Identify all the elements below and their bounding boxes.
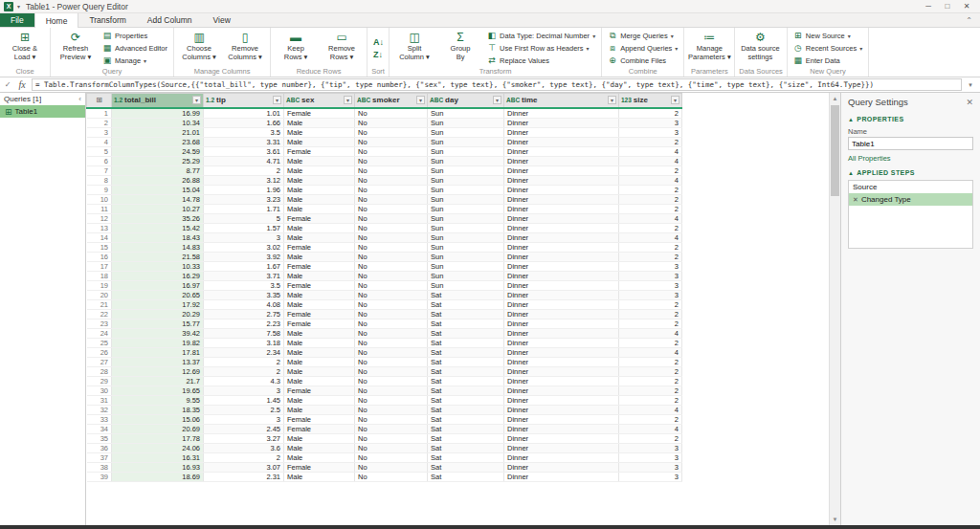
cell-time[interactable]: Dinner: [504, 443, 619, 452]
cell-sex[interactable]: Male: [284, 290, 355, 299]
cell-tip[interactable]: 3.5: [204, 127, 284, 137]
cell-size[interactable]: 2: [619, 366, 682, 376]
commit-formula-icon[interactable]: ✓: [3, 80, 12, 89]
cell-total-bill[interactable]: 25.29: [112, 156, 204, 165]
cell-sex[interactable]: Male: [284, 232, 355, 242]
cell-day[interactable]: Sun: [428, 165, 504, 175]
cell-sex[interactable]: Male: [284, 376, 355, 386]
cell-time[interactable]: Dinner: [504, 242, 619, 252]
cell-smoker[interactable]: No: [355, 462, 428, 472]
row-number[interactable]: 37: [87, 452, 112, 462]
cell-sex[interactable]: Male: [284, 405, 355, 414]
row-number[interactable]: 27: [87, 357, 112, 366]
tab-view[interactable]: View: [203, 13, 241, 27]
cell-total-bill[interactable]: 16.99: [112, 108, 204, 119]
row-number[interactable]: 38: [87, 462, 112, 472]
cell-tip[interactable]: 3.31: [204, 137, 284, 146]
cell-tip[interactable]: 2: [204, 366, 284, 376]
minimize-button[interactable]: ─: [919, 0, 938, 12]
cell-total-bill[interactable]: 24.06: [112, 443, 204, 452]
cell-size[interactable]: 2: [619, 395, 682, 405]
row-number[interactable]: 7: [87, 165, 112, 175]
cell-time[interactable]: Dinner: [504, 299, 619, 309]
cell-size[interactable]: 3: [619, 127, 682, 137]
cell-total-bill[interactable]: 19.65: [112, 386, 204, 395]
tab-transform[interactable]: Transform: [78, 13, 136, 27]
cell-smoker[interactable]: No: [355, 338, 428, 347]
cell-tip[interactable]: 3.61: [204, 146, 284, 156]
cell-size[interactable]: 4: [619, 347, 682, 357]
cell-tip[interactable]: 1.71: [204, 204, 284, 213]
cell-tip[interactable]: 3.92: [204, 252, 284, 261]
cell-tip[interactable]: 5: [204, 213, 284, 223]
scroll-down-icon[interactable]: ▼: [830, 514, 840, 525]
cell-total-bill[interactable]: 13.37: [112, 357, 204, 366]
cell-tip[interactable]: 2.5: [204, 405, 284, 414]
recent-sources-button[interactable]: ◷Recent Sources▾: [790, 42, 866, 55]
cell-day[interactable]: Sat: [428, 462, 504, 472]
cell-sex[interactable]: Male: [284, 204, 355, 213]
filter-dropdown-icon[interactable]: ▾: [608, 96, 616, 104]
cell-sex[interactable]: Male: [284, 366, 355, 376]
close-load-button[interactable]: ⊞Close &Load ▾: [2, 29, 48, 67]
cell-time[interactable]: Dinner: [504, 127, 619, 137]
cell-smoker[interactable]: No: [355, 386, 428, 395]
cell-tip[interactable]: 3: [204, 414, 284, 424]
cell-time[interactable]: Dinner: [504, 194, 619, 204]
cell-tip[interactable]: 3.02: [204, 242, 284, 252]
applied-steps-section-header[interactable]: ▲ APPLIED STEPS: [848, 169, 973, 176]
cell-tip[interactable]: 3.23: [204, 194, 284, 204]
data-source-settings-button[interactable]: ⚙Data sourcesettings: [737, 29, 783, 67]
cell-smoker[interactable]: No: [355, 280, 428, 290]
cell-day[interactable]: Sun: [428, 146, 504, 156]
cell-total-bill[interactable]: 14.83: [112, 242, 204, 252]
cell-size[interactable]: 3: [619, 443, 682, 452]
cell-size[interactable]: 4: [619, 328, 682, 338]
cell-sex[interactable]: Male: [284, 118, 355, 127]
cell-size[interactable]: 2: [619, 242, 682, 252]
cell-day[interactable]: Sun: [428, 271, 504, 280]
row-number[interactable]: 25: [87, 338, 112, 347]
cell-total-bill[interactable]: 16.97: [112, 280, 204, 290]
cell-time[interactable]: Dinner: [504, 223, 619, 232]
row-number[interactable]: 34: [87, 424, 112, 433]
cell-total-bill[interactable]: 20.65: [112, 290, 204, 299]
cell-day[interactable]: Sat: [428, 395, 504, 405]
cell-size[interactable]: 3: [619, 271, 682, 280]
cell-size[interactable]: 4: [619, 156, 682, 165]
cell-tip[interactable]: 1.45: [204, 395, 284, 405]
cell-time[interactable]: Dinner: [504, 433, 619, 443]
cell-day[interactable]: Sun: [428, 223, 504, 232]
cell-day[interactable]: Sun: [428, 232, 504, 242]
cell-sex[interactable]: Male: [284, 347, 355, 357]
row-number[interactable]: 9: [87, 185, 112, 194]
cell-day[interactable]: Sun: [428, 194, 504, 204]
cell-total-bill[interactable]: 18.35: [112, 405, 204, 414]
cell-day[interactable]: Sat: [428, 347, 504, 357]
cell-time[interactable]: Dinner: [504, 366, 619, 376]
cell-tip[interactable]: 1.01: [204, 108, 284, 119]
cell-sex[interactable]: Male: [284, 137, 355, 146]
cell-time[interactable]: Dinner: [504, 232, 619, 242]
cell-tip[interactable]: 3.27: [204, 433, 284, 443]
cell-tip[interactable]: 3.6: [204, 443, 284, 452]
cell-total-bill[interactable]: 16.31: [112, 452, 204, 462]
cell-smoker[interactable]: No: [355, 347, 428, 357]
cell-smoker[interactable]: No: [355, 175, 428, 185]
cell-day[interactable]: Sat: [428, 452, 504, 462]
cell-size[interactable]: 2: [619, 376, 682, 386]
close-button[interactable]: ✕: [957, 0, 976, 12]
cell-total-bill[interactable]: 17.78: [112, 433, 204, 443]
cell-total-bill[interactable]: 14.78: [112, 194, 204, 204]
cell-time[interactable]: Dinner: [504, 357, 619, 366]
keep-rows-button[interactable]: ▬KeepRows ▾: [273, 29, 319, 67]
row-number[interactable]: 18: [87, 271, 112, 280]
cell-sex[interactable]: Male: [284, 472, 355, 481]
column-header-total-bill[interactable]: 1.2total_bill▾: [112, 94, 204, 108]
cell-size[interactable]: 3: [619, 472, 682, 481]
cell-time[interactable]: Dinner: [504, 386, 619, 395]
cell-smoker[interactable]: No: [355, 271, 428, 280]
cell-total-bill[interactable]: 20.69: [112, 424, 204, 433]
row-number[interactable]: 15: [87, 242, 112, 252]
cell-sex[interactable]: Male: [284, 165, 355, 175]
